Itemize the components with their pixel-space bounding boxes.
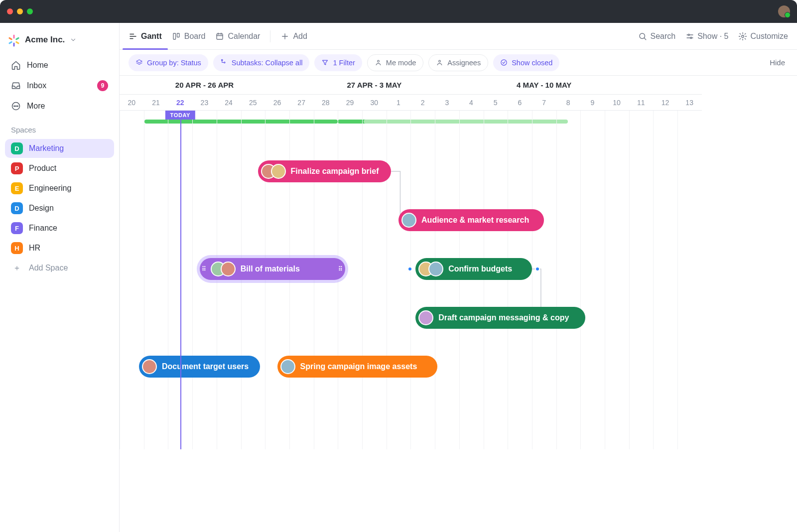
day-header: 6: [508, 95, 532, 111]
chevron-down-icon: [70, 36, 77, 43]
tab-label: Gantt: [141, 32, 162, 41]
sidebar-item-label: Inbox: [27, 81, 46, 90]
tab-gantt[interactable]: Gantt: [129, 23, 162, 49]
task-label: Draft campaign messaging & copy: [438, 313, 569, 322]
spaces-heading: Spaces: [5, 117, 114, 138]
filter-bar: Group by: Status Subtasks: Collapse all …: [120, 50, 797, 76]
task-bar[interactable]: Document target users: [139, 356, 261, 378]
day-header: 2: [410, 95, 435, 111]
workspace-switcher[interactable]: Acme Inc.: [5, 30, 114, 55]
sidebar-space-design[interactable]: DDesign: [5, 199, 114, 218]
task-label: Spring campaign image assets: [300, 362, 417, 371]
view-tabs: Gantt Board Calendar Add Search: [120, 23, 797, 50]
sidebar-item-inbox[interactable]: Inbox 9: [5, 76, 114, 96]
space-label: Finance: [29, 224, 57, 233]
assignee-avatar: [221, 262, 236, 276]
search-button[interactable]: Search: [638, 32, 675, 41]
sidebar-space-hr[interactable]: HHR: [5, 239, 114, 258]
day-header: 4: [459, 95, 484, 111]
filter-group-by[interactable]: Group by: Status: [129, 54, 208, 71]
task-bar[interactable]: Audience & market research: [398, 209, 544, 231]
assignee-avatar: [428, 262, 443, 276]
tab-label: Board: [184, 32, 206, 41]
space-badge: P: [11, 162, 23, 174]
svg-point-10: [742, 35, 744, 37]
space-badge: E: [11, 182, 23, 194]
day-header: 13: [677, 95, 702, 111]
space-label: Product: [29, 164, 56, 173]
svg-point-2: [15, 106, 16, 107]
day-header: 23: [192, 95, 217, 111]
svg-point-8: [688, 34, 689, 35]
add-view-button[interactable]: Add: [280, 23, 307, 49]
day-header: 27: [289, 95, 314, 111]
sidebar-item-more[interactable]: More: [5, 97, 114, 116]
task-bar[interactable]: Finalize campaign brief: [258, 160, 392, 182]
resize-handle-left[interactable]: ⠿: [202, 258, 207, 280]
day-header: 3: [435, 95, 459, 111]
current-user-avatar[interactable]: [778, 5, 790, 17]
filter-subtasks[interactable]: Subtasks: Collapse all: [213, 54, 310, 71]
sidebar-space-marketing[interactable]: DMarketing: [5, 139, 114, 158]
space-badge: D: [11, 202, 23, 214]
task-label: Bill of materials: [241, 265, 300, 273]
sidebar-space-engineering[interactable]: EEngineering: [5, 179, 114, 198]
traffic-lights: [7, 8, 33, 14]
minimize-window-button[interactable]: [17, 8, 23, 14]
sidebar-item-home[interactable]: Home: [5, 56, 114, 75]
task-bar[interactable]: Confirm budgets: [415, 258, 532, 280]
task-assignees: [142, 359, 157, 374]
dependency-connector: [120, 111, 717, 459]
task-assignees: [280, 359, 295, 374]
day-header: 22: [168, 95, 192, 111]
plus-icon: [280, 32, 289, 41]
tab-calendar[interactable]: Calendar: [215, 23, 260, 49]
today-marker: [180, 111, 181, 449]
filter-assignees[interactable]: Assignees: [428, 54, 488, 71]
assignee-avatar: [418, 310, 433, 325]
gantt-canvas[interactable]: 20 APR - 26 APR27 APR - 3 MAY4 MAY - 10 …: [120, 76, 797, 532]
assignee-avatar: [271, 164, 286, 179]
day-header: 25: [241, 95, 265, 111]
svg-point-15: [501, 60, 507, 65]
week-header: 27 APR - 3 MAY: [289, 76, 459, 95]
resize-handle-right[interactable]: ⠿: [338, 258, 343, 280]
filter-count[interactable]: 1 Filter: [314, 54, 362, 71]
filter-me-mode[interactable]: Me mode: [367, 54, 423, 71]
filter-icon: [321, 59, 329, 66]
show-settings-button[interactable]: Show · 5: [685, 32, 728, 41]
gantt-icon: [129, 32, 137, 41]
tab-label: Calendar: [228, 32, 260, 41]
day-header: 29: [338, 95, 362, 111]
check-circle-icon: [500, 59, 508, 66]
sidebar-space-product[interactable]: PProduct: [5, 159, 114, 178]
tab-board[interactable]: Board: [172, 23, 206, 49]
add-space-button[interactable]: ＋ Add Space: [5, 259, 114, 277]
add-space-label: Add Space: [29, 264, 68, 272]
svg-point-14: [439, 60, 441, 62]
space-badge: F: [11, 222, 23, 234]
space-label: HR: [29, 244, 40, 253]
task-bar[interactable]: Bill of materials⠿⠿: [200, 258, 345, 280]
close-window-button[interactable]: [7, 8, 13, 14]
plus-icon: ＋: [11, 262, 23, 274]
calendar-icon: [215, 32, 224, 41]
sidebar-item-label: Home: [27, 61, 48, 70]
task-bar[interactable]: Draft campaign messaging & copy: [415, 307, 585, 329]
hide-filters-button[interactable]: Hide: [767, 58, 788, 67]
sidebar: Acme Inc. Home Inbox 9 More Spaces DMark…: [0, 23, 120, 532]
assignee-avatar: [280, 359, 295, 374]
dependency-dot-outgoing[interactable]: [535, 266, 540, 271]
task-bar[interactable]: Spring campaign image assets: [277, 356, 437, 378]
task-label: Audience & market research: [421, 216, 529, 225]
svg-point-12: [224, 62, 225, 63]
customize-button[interactable]: Customize: [738, 32, 788, 41]
svg-point-13: [377, 60, 379, 62]
svg-rect-4: [173, 33, 176, 39]
day-header: 7: [532, 95, 556, 111]
fullscreen-window-button[interactable]: [27, 8, 33, 14]
task-label: Document target users: [162, 362, 249, 371]
day-header: 28: [314, 95, 338, 111]
sidebar-space-finance[interactable]: FFinance: [5, 219, 114, 238]
filter-show-closed[interactable]: Show closed: [493, 54, 559, 71]
